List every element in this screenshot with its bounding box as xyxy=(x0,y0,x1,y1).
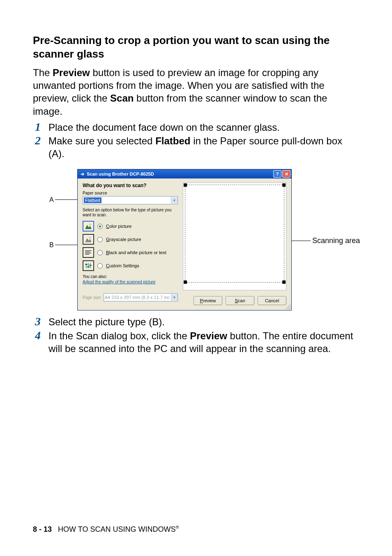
leader-line-a xyxy=(55,199,77,200)
crop-handle-tl[interactable] xyxy=(184,183,187,187)
crop-handle-bl[interactable] xyxy=(184,280,187,284)
step-4-text: In the Scan dialog box, click the Previe… xyxy=(48,329,359,355)
step-number-3: 3 xyxy=(33,315,43,328)
t: Make sure you selected xyxy=(48,135,155,146)
adjust-quality-link[interactable]: Adjust the quality of the scanned pictur… xyxy=(83,280,155,284)
dialog-title: Scan using Brother DCP-8025D xyxy=(87,171,154,176)
svg-rect-6 xyxy=(85,253,91,253)
svg-rect-4 xyxy=(85,250,92,251)
option-grayscale-label: Grayscale picture xyxy=(106,237,141,242)
radio-bw[interactable] xyxy=(97,250,103,255)
option-grayscale-picture[interactable]: Grayscale picture xyxy=(83,234,178,245)
svg-marker-2 xyxy=(85,238,92,242)
svg-rect-5 xyxy=(85,252,90,252)
callout-label-a: A xyxy=(49,196,54,204)
svg-rect-7 xyxy=(85,254,89,255)
scanning-preview-area[interactable] xyxy=(183,183,286,290)
t: Flatbed xyxy=(155,135,190,146)
paper-source-select[interactable]: Flatbed ▾ xyxy=(83,196,178,204)
step-2-text: Make sure you selected Flatbed in the Pa… xyxy=(48,134,359,160)
cancel-button[interactable]: Cancel xyxy=(258,296,286,305)
select-option-note: Select an option below for the type of p… xyxy=(83,208,178,218)
app-icon: ➔ xyxy=(79,171,85,177)
svg-point-3 xyxy=(89,237,91,239)
chevron-down-icon: ▾ xyxy=(171,294,178,301)
preview-button[interactable]: Preview xyxy=(194,296,222,305)
dialog-heading: What do you want to scan? xyxy=(83,183,178,188)
step-1-text: Place the document face down on the scan… xyxy=(48,121,280,134)
scan-button[interactable]: Scan xyxy=(226,296,254,305)
page-size-select: A4 210 x 297 mm (8.3 x 11.7 inc ▾ xyxy=(104,293,178,301)
option-custom-settings[interactable]: Custom Settings xyxy=(83,260,178,271)
option-color-label: Color picture xyxy=(106,224,131,229)
you-can-also-label: You can also: xyxy=(83,274,178,279)
t: The xyxy=(33,67,53,78)
paper-source-value: Flatbed xyxy=(84,197,101,203)
svg-rect-11 xyxy=(85,264,88,265)
chevron-down-icon[interactable]: ▾ xyxy=(171,197,178,204)
page-number: 8 - 13 xyxy=(33,525,52,533)
crop-rectangle[interactable] xyxy=(185,185,284,283)
color-picture-icon xyxy=(83,221,94,232)
option-color-picture[interactable]: Color picture xyxy=(83,221,178,232)
dialog-titlebar[interactable]: ➔ Scan using Brother DCP-8025D ? ✕ xyxy=(78,169,291,178)
t: Scan xyxy=(110,93,134,104)
grayscale-picture-icon xyxy=(83,234,94,245)
step-number-2: 2 xyxy=(33,134,43,147)
resize-grip-icon[interactable] xyxy=(285,303,291,309)
radio-color[interactable] xyxy=(97,224,103,229)
page-size-label: Page size: xyxy=(83,295,102,300)
callout-label-scanning-area: Scanning area xyxy=(312,236,360,245)
step-number-1: 1 xyxy=(33,121,43,134)
intro-paragraph: The Preview button is used to preview an… xyxy=(33,66,359,118)
svg-rect-9 xyxy=(88,263,89,268)
svg-rect-13 xyxy=(89,265,92,266)
radio-custom[interactable] xyxy=(97,263,103,269)
svg-rect-8 xyxy=(86,263,87,268)
option-bw-picture[interactable]: Black and white picture or text xyxy=(83,247,178,258)
t: Preview xyxy=(190,330,227,341)
option-custom-label: Custom Settings xyxy=(106,263,139,268)
page-size-value: A4 210 x 297 mm (8.3 x 11.7 inc xyxy=(105,295,170,300)
page-footer: 8 - 13 HOW TO SCAN USING WINDOWS® xyxy=(33,525,179,534)
leader-line-b xyxy=(55,245,77,245)
step-number-4: 4 xyxy=(33,329,43,342)
svg-rect-12 xyxy=(87,266,90,267)
registered-mark: ® xyxy=(175,525,179,530)
section-heading: Pre-Scanning to crop a portion you want … xyxy=(33,34,359,60)
option-bw-label: Black and white picture or text xyxy=(106,250,166,255)
paper-source-label: Paper source xyxy=(83,191,178,195)
t: In the Scan dialog box, click the xyxy=(48,330,190,341)
svg-marker-0 xyxy=(85,225,92,229)
svg-point-1 xyxy=(89,224,91,225)
step-3-text: Select the picture type (B). xyxy=(48,315,165,328)
crop-handle-tr[interactable] xyxy=(282,183,286,187)
footer-text: HOW TO SCAN USING WINDOWS xyxy=(58,525,175,533)
help-button[interactable]: ? xyxy=(273,170,281,178)
bw-text-icon xyxy=(83,247,94,258)
callout-label-b: B xyxy=(49,241,54,249)
radio-grayscale[interactable] xyxy=(97,237,103,242)
custom-settings-icon xyxy=(83,260,94,271)
close-button[interactable]: ✕ xyxy=(282,170,291,178)
t: Preview xyxy=(53,67,90,78)
scan-dialog-window: ➔ Scan using Brother DCP-8025D ? ✕ What … xyxy=(77,169,292,310)
crop-handle-br[interactable] xyxy=(282,280,286,284)
